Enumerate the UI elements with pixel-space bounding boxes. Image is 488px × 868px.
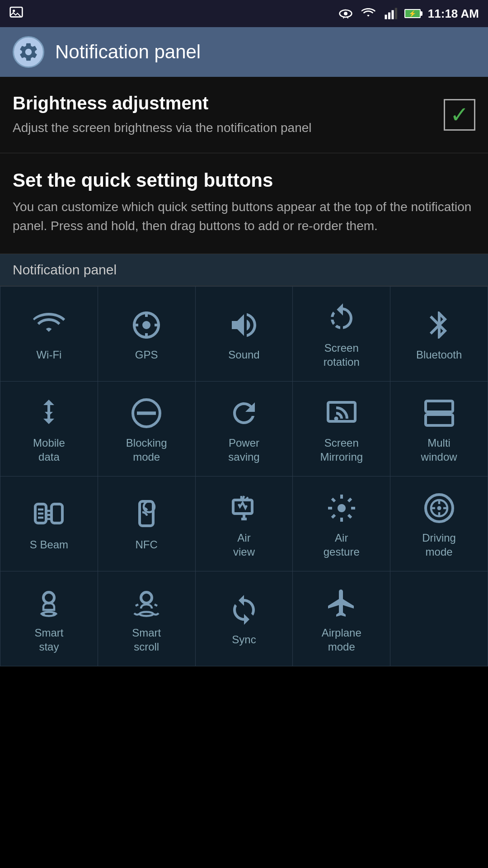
grid-item-sound[interactable]: Sound	[196, 287, 293, 382]
screen-mirror-icon	[325, 397, 358, 429]
grid-label-wifi: Wi-Fi	[36, 348, 61, 362]
gps-icon	[130, 309, 163, 341]
nfc-icon	[130, 499, 163, 531]
grid-label-nfc: NFC	[136, 538, 158, 552]
quick-settings-grid: Wi-Fi GPS Sound Screenrotation Bluetooth…	[0, 286, 488, 666]
smart-stay-icon	[33, 587, 65, 619]
svg-rect-7	[388, 13, 390, 19]
status-bar-left-icons	[9, 5, 23, 22]
signal-icon	[384, 6, 397, 21]
smart-scroll-icon	[130, 587, 163, 619]
grid-label-driving-mode: Drivingmode	[422, 531, 456, 559]
grid-item-multi-window[interactable]: Multiwindow	[390, 382, 488, 476]
wifi-status-icon	[360, 6, 376, 21]
blocking-icon	[130, 397, 163, 429]
grid-item-blocking[interactable]: Blockingmode	[98, 382, 196, 476]
bluetooth-icon	[423, 309, 455, 341]
svg-rect-23	[52, 504, 62, 523]
wifi-icon	[33, 309, 65, 341]
grid-label-rotation: Screenrotation	[324, 341, 360, 369]
page-title: Notification panel	[55, 41, 201, 63]
svg-point-31	[437, 506, 441, 510]
grid-label-blocking: Blockingmode	[126, 436, 167, 464]
svg-rect-21	[426, 415, 453, 425]
status-time: 11:18 AM	[428, 7, 479, 21]
quick-settings-title: Set the quick setting buttons	[13, 170, 475, 191]
grid-item-driving-mode[interactable]: Drivingmode	[390, 476, 488, 571]
grid-item-smart-scroll[interactable]: Smartscroll	[98, 571, 196, 666]
grid-empty-cell	[390, 571, 488, 666]
brightness-text: Brightness adjustment Adjust the screen …	[13, 93, 312, 137]
svg-point-1	[13, 9, 15, 12]
grid-item-sync[interactable]: Sync	[196, 571, 293, 666]
grid-label-air-view: Airview	[233, 531, 255, 559]
svg-point-3	[344, 12, 347, 15]
grid-item-power-saving[interactable]: Powersaving	[196, 382, 293, 476]
air-gesture-icon	[325, 492, 358, 524]
grid-item-mobile-data[interactable]: Mobiledata	[0, 382, 98, 476]
gear-icon	[13, 36, 44, 68]
grid-label-sound: Sound	[228, 348, 259, 362]
brightness-description: Adjust the screen brightness via the not…	[13, 119, 312, 137]
grid-item-bluetooth[interactable]: Bluetooth	[390, 287, 488, 382]
svg-rect-8	[391, 10, 394, 19]
quick-settings-description: You can customize which quick setting bu…	[13, 198, 475, 236]
grid-item-air-gesture[interactable]: Airgesture	[293, 476, 390, 571]
brightness-title: Brightness adjustment	[13, 93, 312, 113]
rotation-icon	[325, 302, 358, 335]
brightness-section: Brightness adjustment Adjust the screen …	[0, 77, 488, 153]
svg-point-19	[334, 416, 338, 420]
svg-rect-9	[395, 8, 397, 19]
multi-window-icon	[423, 397, 455, 429]
grid-item-nfc[interactable]: NFC	[98, 476, 196, 571]
grid-item-airplane[interactable]: Airplanemode	[293, 571, 390, 666]
status-bar: ⚡ 11:18 AM	[0, 0, 488, 27]
page-header: Notification panel	[0, 27, 488, 77]
grid-item-air-view[interactable]: Airview	[196, 476, 293, 571]
grid-item-wifi[interactable]: Wi-Fi	[0, 287, 98, 382]
image-icon	[9, 5, 23, 20]
sync-icon	[228, 594, 260, 626]
grid-item-rotation[interactable]: Screenrotation	[293, 287, 390, 382]
grid-item-screen-mirror[interactable]: ScreenMirroring	[293, 382, 390, 476]
grid-label-gps: GPS	[135, 348, 158, 362]
grid-label-power-saving: Powersaving	[228, 436, 259, 464]
battery-icon: ⚡	[404, 9, 421, 18]
svg-point-11	[142, 321, 150, 329]
quick-settings-section: Set the quick setting buttons You can cu…	[0, 153, 488, 254]
grid-label-multi-window: Multiwindow	[421, 436, 457, 464]
grid-item-smart-stay[interactable]: Smartstay	[0, 571, 98, 666]
air-view-icon	[228, 492, 260, 524]
svg-point-32	[43, 592, 54, 603]
grid-label-air-gesture: Airgesture	[324, 531, 360, 559]
mobile-data-icon	[33, 397, 65, 429]
grid-label-sync: Sync	[232, 632, 256, 646]
grid-item-s-beam[interactable]: S Beam	[0, 476, 98, 571]
grid-label-airplane: Airplanemode	[322, 626, 361, 654]
driving-mode-icon	[423, 492, 455, 524]
grid-label-screen-mirror: ScreenMirroring	[320, 436, 363, 464]
svg-rect-6	[385, 15, 387, 19]
airplane-icon	[325, 587, 358, 619]
power-saving-icon	[228, 397, 260, 429]
panel-section-label: Notification panel	[0, 254, 488, 286]
brightness-checkbox[interactable]: ✓	[444, 99, 475, 131]
sound-icon	[228, 309, 260, 341]
grid-label-smart-scroll: Smartscroll	[132, 626, 161, 654]
checkbox-checkmark: ✓	[450, 104, 469, 126]
svg-point-35	[140, 612, 153, 616]
grid-label-smart-stay: Smartstay	[34, 626, 63, 654]
grid-item-gps[interactable]: GPS	[98, 287, 196, 382]
grid-label-bluetooth: Bluetooth	[416, 348, 462, 362]
svg-point-34	[141, 592, 152, 603]
grid-label-s-beam: S Beam	[30, 538, 68, 552]
eye-icon	[338, 6, 353, 21]
grid-label-mobile-data: Mobiledata	[33, 436, 65, 464]
s-beam-icon	[33, 499, 65, 531]
svg-rect-0	[10, 7, 23, 17]
svg-rect-20	[426, 401, 453, 412]
